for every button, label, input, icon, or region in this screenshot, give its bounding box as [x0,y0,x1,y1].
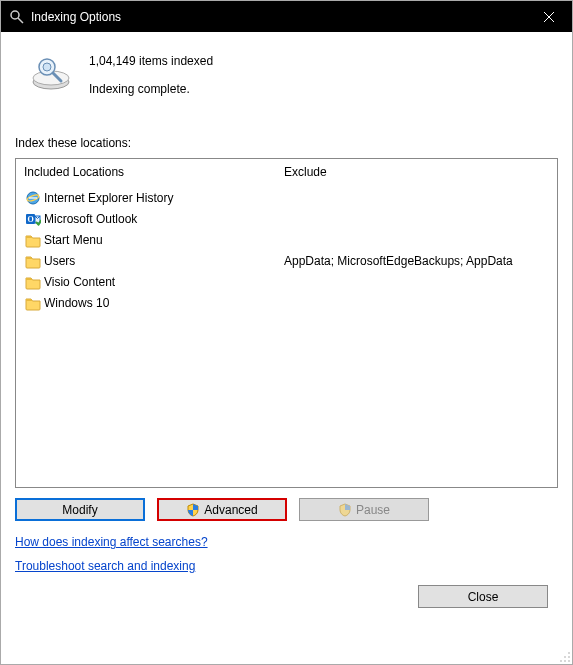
location-name: Users [44,254,284,268]
columns-header: Included Locations Exclude [16,159,557,187]
link-affect-searches[interactable]: How does indexing affect searches? [15,535,208,549]
titlebar: Indexing Options [1,1,572,32]
svg-point-7 [43,63,51,71]
shield-icon [186,503,200,517]
link-troubleshoot[interactable]: Troubleshoot search and indexing [15,559,195,573]
location-row[interactable]: UsersAppData; MicrosoftEdgeBackups; AppD… [24,250,549,271]
ie-icon [24,190,42,206]
location-row[interactable]: Start Menu [24,229,549,250]
advanced-label: Advanced [204,503,257,517]
folder-icon [24,274,42,290]
locations-listbox[interactable]: Included Locations Exclude Internet Expl… [15,158,558,488]
window-close-button[interactable] [526,1,572,32]
pause-button: Pause [299,498,429,521]
indexing-icon [27,52,75,95]
location-row[interactable]: Visio Content [24,271,549,292]
svg-point-15 [564,656,566,658]
indexing-state-text: Indexing complete. [89,82,213,96]
pause-label: Pause [356,503,390,517]
resize-grip[interactable] [557,649,571,663]
location-row[interactable]: OMicrosoft Outlook [24,208,549,229]
svg-point-14 [568,652,570,654]
modify-label: Modify [62,503,97,517]
location-exclude: AppData; MicrosoftEdgeBackups; AppData [284,254,549,268]
location-row[interactable]: Internet Explorer History [24,187,549,208]
modify-button[interactable]: Modify [15,498,145,521]
shield-icon [338,503,352,517]
close-icon [543,11,555,23]
items-indexed-text: 1,04,149 items indexed [89,54,213,68]
advanced-button[interactable]: Advanced [157,498,287,521]
app-icon [9,9,25,25]
folder-icon [24,253,42,269]
folder-icon [24,295,42,311]
svg-line-1 [18,18,23,23]
svg-point-0 [11,11,19,19]
svg-point-18 [564,660,566,662]
svg-text:O: O [27,215,33,224]
location-name: Windows 10 [44,296,284,310]
status-area: 1,04,149 items indexed Indexing complete… [15,52,558,96]
outlook-icon: O [24,211,42,227]
svg-point-17 [560,660,562,662]
col-header-included: Included Locations [24,165,284,179]
location-name: Visio Content [44,275,284,289]
close-button[interactable]: Close [418,585,548,608]
svg-point-16 [568,656,570,658]
folder-icon [24,232,42,248]
svg-point-19 [568,660,570,662]
location-name: Microsoft Outlook [44,212,284,226]
col-header-exclude: Exclude [284,165,549,179]
window-title: Indexing Options [31,10,121,24]
location-name: Internet Explorer History [44,191,284,205]
location-name: Start Menu [44,233,284,247]
section-label: Index these locations: [15,136,558,150]
location-row[interactable]: Windows 10 [24,292,549,313]
close-label: Close [468,590,499,604]
